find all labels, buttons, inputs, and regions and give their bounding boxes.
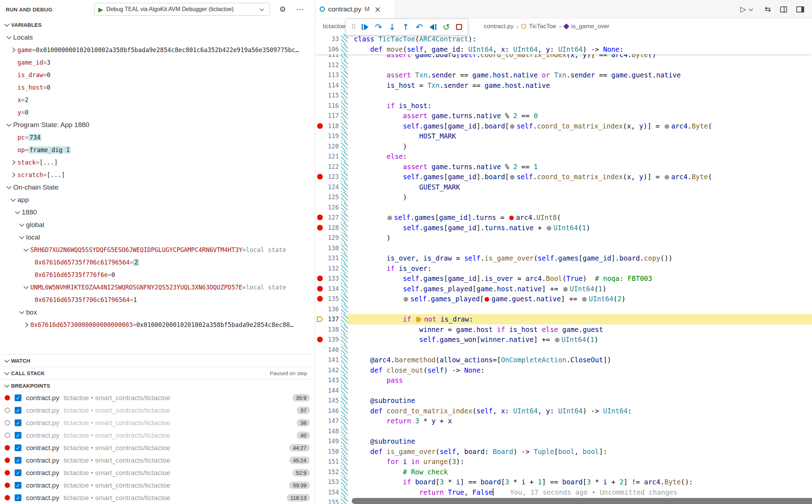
step-into-button[interactable]: ↓ bbox=[385, 22, 399, 32]
inline-breakpoint-dot[interactable] bbox=[510, 175, 515, 180]
code-line[interactable]: 116 if is_host: bbox=[315, 101, 812, 111]
breakpoint-gutter[interactable] bbox=[315, 60, 325, 70]
tree-row[interactable]: On-chain State bbox=[0, 181, 315, 193]
breadcrumb-item[interactable]: is_game_over bbox=[571, 23, 610, 30]
code-line[interactable]: 115 bbox=[315, 90, 812, 101]
open-changes-icon[interactable]: ⇆ bbox=[765, 5, 771, 14]
breakpoint-gutter[interactable] bbox=[315, 44, 325, 55]
tab-contract-py[interactable]: contract.py M × bbox=[315, 0, 395, 18]
breadcrumb-root[interactable]: tictactoe bbox=[323, 19, 345, 34]
breakpoint-dot-icon[interactable] bbox=[317, 337, 323, 342]
gear-icon[interactable]: ⚙ bbox=[279, 5, 286, 14]
twistie-icon[interactable] bbox=[18, 221, 26, 229]
code-line[interactable]: 140 bbox=[315, 345, 812, 355]
code-line[interactable]: 112 bbox=[315, 60, 812, 70]
breakpoint-checkbox[interactable]: ✓ bbox=[15, 469, 21, 476]
step-back-button[interactable]: ↶ bbox=[412, 22, 426, 32]
code-line[interactable]: 146 def coord_to_matrix_index(self, x: U… bbox=[315, 406, 812, 416]
code-line[interactable]: 148 bbox=[315, 426, 812, 437]
breakpoint-row[interactable]: ✓contract.pytictactoe • smart_contracts/… bbox=[0, 404, 315, 417]
twistie-icon[interactable] bbox=[5, 121, 13, 129]
tree-row[interactable]: Locals bbox=[0, 31, 315, 44]
tree-row[interactable]: Program State: App 1880 bbox=[0, 119, 315, 131]
breakpoint-gutter[interactable] bbox=[315, 334, 325, 345]
breakpoint-gutter[interactable] bbox=[315, 253, 325, 263]
breakpoint-gutter[interactable] bbox=[315, 243, 325, 253]
breakpoint-gutter[interactable] bbox=[315, 192, 325, 202]
tree-row[interactable]: game = 0x010000000102010002a358bf5bada9e… bbox=[0, 44, 315, 56]
inline-breakpoint-dot[interactable] bbox=[387, 216, 392, 220]
tree-row[interactable]: app bbox=[0, 193, 315, 206]
breakpoint-gutter[interactable] bbox=[315, 416, 325, 426]
code-line[interactable]: 144 bbox=[315, 385, 812, 396]
breakpoint-gutter[interactable] bbox=[315, 162, 325, 172]
breakpoint-gutter[interactable] bbox=[315, 395, 325, 406]
code-line[interactable]: 134 self.games_played[game.host.native] … bbox=[315, 284, 812, 294]
breakpoint-gutter[interactable] bbox=[315, 487, 325, 498]
breakpoint-checkbox[interactable]: ✓ bbox=[15, 394, 21, 401]
twistie-icon[interactable] bbox=[9, 171, 17, 179]
breakpoint-row[interactable]: ✓contract.pytictactoe • smart_contracts/… bbox=[0, 479, 315, 492]
breakpoint-gutter[interactable] bbox=[315, 426, 325, 437]
breakpoint-checkbox[interactable]: ✓ bbox=[15, 457, 21, 464]
breakpoints-section-header[interactable]: BREAKPOINTS bbox=[0, 379, 315, 392]
horizontal-scrollbar[interactable] bbox=[352, 498, 812, 504]
more-actions-icon[interactable]: ⋯ bbox=[296, 5, 304, 14]
code-line[interactable]: 128 self.games[game_id].turns.native + U… bbox=[315, 223, 812, 233]
breadcrumb-item[interactable]: TicTacToe bbox=[529, 23, 556, 30]
tree-row[interactable]: is_host = 0 bbox=[0, 81, 315, 94]
split-editor-icon[interactable] bbox=[780, 6, 787, 12]
tree-row[interactable]: 0x67616d65735f776f6e = 0 bbox=[0, 268, 315, 281]
breakpoint-gutter[interactable] bbox=[315, 90, 325, 101]
code-line[interactable]: 132 if is_over: bbox=[315, 263, 812, 274]
breakpoint-dot-icon[interactable] bbox=[317, 123, 323, 129]
breakpoint-gutter[interactable] bbox=[315, 497, 325, 504]
code-line[interactable]: 153 if board[3 * i] == board[3 * i + 1] … bbox=[315, 477, 812, 487]
breakpoint-gutter[interactable] bbox=[315, 263, 325, 274]
reverse-continue-button[interactable] bbox=[426, 24, 440, 30]
continue-button[interactable] bbox=[358, 24, 372, 30]
sticky-code-line[interactable]: 33class TicTacToe(ARC4Contract): bbox=[315, 34, 812, 44]
debug-config-dropdown[interactable]: ▶ Debug TEAL via AlgoKit AVM Debugger (t… bbox=[94, 3, 270, 16]
restart-button[interactable]: ↺ bbox=[440, 22, 453, 32]
breakpoint-row[interactable]: ✓contract.pytictactoe • smart_contracts/… bbox=[0, 392, 315, 404]
inline-breakpoint-dot[interactable] bbox=[547, 226, 551, 231]
breakpoint-gutter[interactable] bbox=[315, 182, 325, 192]
watch-section-header[interactable]: WATCH bbox=[0, 354, 315, 367]
code-line[interactable]: 154 return True, FalseYou, 17 seconds ag… bbox=[315, 487, 812, 498]
variables-section-header[interactable]: VARIABLES bbox=[0, 19, 315, 31]
code-line[interactable]: 118 self.games[game_id].board[self.coord… bbox=[315, 121, 812, 131]
code-line[interactable]: 133 self.games[game_id].is_over = arc4.B… bbox=[315, 273, 812, 284]
inline-breakpoint-dot[interactable] bbox=[563, 287, 568, 292]
code-line[interactable]: 135 self.games_played[game.guest.native]… bbox=[315, 294, 812, 304]
inline-breakpoint-dot[interactable] bbox=[404, 297, 408, 302]
code-line[interactable]: 149 @subroutine bbox=[315, 436, 812, 447]
tree-row[interactable]: global bbox=[0, 218, 315, 231]
code-line[interactable]: 143 pass bbox=[315, 375, 812, 385]
start-debugging-icon[interactable]: ▶ bbox=[98, 6, 103, 13]
breakpoint-gutter[interactable] bbox=[315, 314, 325, 324]
breakpoint-dot-icon[interactable] bbox=[317, 296, 323, 302]
close-tab-icon[interactable]: × bbox=[374, 5, 381, 14]
code-line[interactable]: 130 bbox=[315, 243, 812, 253]
twistie-icon[interactable] bbox=[9, 158, 17, 166]
code-editor[interactable]: 111 assert game.board[self.coord_to_matr… bbox=[315, 34, 812, 504]
inline-breakpoint-dot[interactable] bbox=[509, 216, 514, 220]
code-line[interactable]: 126 bbox=[315, 202, 812, 213]
code-line[interactable]: 117 assert game.turns.native % 2 == 0 bbox=[315, 111, 812, 121]
twistie-icon[interactable] bbox=[22, 283, 30, 291]
twistie-icon[interactable] bbox=[9, 46, 17, 54]
breakpoint-gutter[interactable] bbox=[315, 406, 325, 416]
breakpoint-gutter[interactable] bbox=[315, 324, 325, 335]
code-line[interactable]: 124 GUEST_MARK bbox=[315, 182, 812, 192]
breakpoint-gutter[interactable] bbox=[315, 223, 325, 233]
sticky-code-line[interactable]: 106 def move(self, game_id: UInt64, x: U… bbox=[315, 44, 812, 55]
code-line[interactable]: 131 is_over, is_draw = self.is_game_over… bbox=[315, 253, 812, 263]
breakpoint-row[interactable]: ✓contract.pytictactoe • smart_contracts/… bbox=[0, 454, 315, 467]
tree-row[interactable]: x = 2 bbox=[0, 94, 315, 106]
code-line[interactable]: 139 self.games_won[winner.native] += UIn… bbox=[315, 334, 812, 345]
customize-layout-icon[interactable] bbox=[796, 6, 804, 12]
twistie-icon[interactable] bbox=[22, 246, 30, 254]
inline-breakpoint-dot[interactable] bbox=[510, 124, 515, 129]
inline-breakpoint-dot[interactable] bbox=[582, 297, 587, 302]
